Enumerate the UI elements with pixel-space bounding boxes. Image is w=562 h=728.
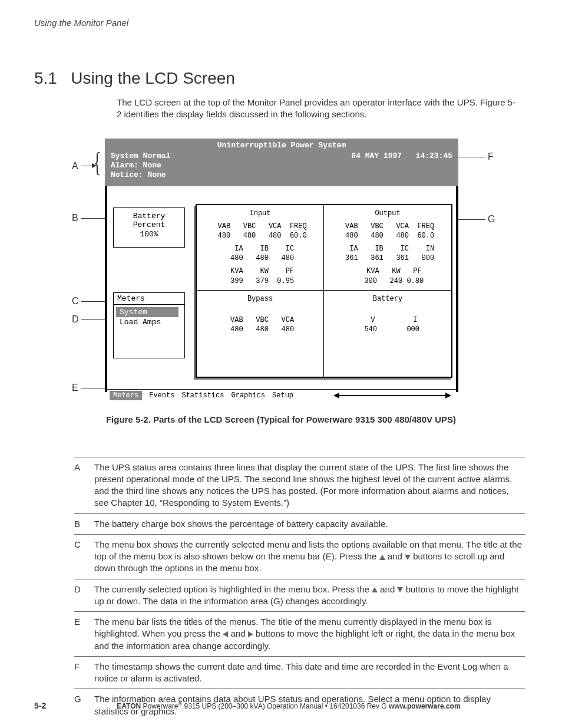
data-row: 361 361 361 000 — [329, 253, 447, 263]
battery-label: Percent — [114, 220, 184, 230]
info-area: Input VAB VBC VCA FREQ 480 480 480 60.0 … — [196, 204, 452, 378]
lcd-title: Uninterruptible Power System — [111, 141, 452, 150]
figure-caption: Figure 5-2. Parts of the LCD Screen (Typ… — [34, 414, 528, 424]
lcd-time: 14:23:45 — [416, 151, 452, 160]
quad-battery: Battery V I 540 000 — [324, 291, 451, 377]
battery-box: Battery Percent 100% — [113, 207, 185, 248]
quad-bypass: Bypass VAB VBC VCA 480 480 480 — [197, 291, 324, 377]
footer-url: www.powerware.com — [389, 702, 461, 710]
callout-line — [458, 157, 485, 158]
brace-icon: { — [93, 147, 101, 178]
figure-wrap: A { B C D E F G Uninterruptible Power Sy… — [34, 139, 528, 410]
def-text: The menu box shows the currently selecte… — [94, 539, 525, 575]
up-arrow-icon — [372, 587, 378, 592]
battery-percent: 100% — [114, 230, 184, 239]
def-text: The currently selected option is highlig… — [94, 584, 525, 608]
def-row-F: F The timestamp shows the current date a… — [74, 657, 525, 690]
section-heading: 5.1 Using the LCD Screen — [34, 69, 528, 88]
def-text-part: and — [380, 584, 395, 594]
menubar-arrows-icon — [333, 392, 451, 399]
footer-rest: 9315 UPS (200–300 kVA) Operation Manual … — [182, 702, 389, 710]
callout-G: G — [488, 214, 495, 225]
callout-F: F — [488, 151, 494, 162]
footer-text: EATON Powerware® 9315 UPS (200–300 kVA) … — [117, 701, 460, 710]
status-alarm: Alarm: None — [111, 161, 452, 170]
def-key: C — [74, 539, 94, 575]
arrow-right-icon — [92, 163, 97, 168]
data-row: 399 379 0.95 — [201, 276, 319, 286]
section-number: 5.1 — [34, 69, 57, 87]
menubar-item: Setup — [269, 391, 297, 400]
down-arrow-icon — [397, 587, 403, 592]
quad-output: Output VAB VBC VCA FREQ 480 480 480 60.0… — [324, 205, 451, 291]
lcd-header: Uninterruptible Power System System Norm… — [105, 139, 458, 186]
menu-bar: Meters Events Statistics Graphics Setup — [107, 389, 456, 401]
data-row: IA IB IC — [201, 244, 319, 253]
data-row: VAB VBC VCA — [201, 315, 319, 325]
def-key: E — [74, 616, 94, 652]
page-number: 5-2 — [34, 701, 46, 710]
menubar-item: Statistics — [178, 391, 227, 400]
status-notice: Notice: None — [111, 170, 452, 180]
callout-line — [81, 166, 92, 167]
data-row: KVA KW PF — [329, 266, 447, 276]
status-mode: System Normal — [111, 151, 170, 161]
battery-label: Battery — [114, 212, 184, 221]
callout-C: C — [72, 296, 79, 307]
def-text-part: and — [231, 628, 246, 638]
menu-item: Load Amps — [116, 317, 182, 327]
def-row-C: C The menu box shows the currently selec… — [74, 535, 525, 579]
data-row: 540 000 — [329, 325, 447, 334]
page-footer: 5-2 EATON Powerware® 9315 UPS (200–300 k… — [34, 701, 528, 710]
def-text-part: and — [388, 551, 402, 561]
data-row: VAB VBC VCA FREQ — [201, 222, 319, 231]
quad-title: Battery — [329, 294, 447, 304]
menu-box: Meters System Load Amps — [113, 292, 185, 358]
down-arrow-icon — [405, 555, 411, 560]
def-key: F — [74, 661, 94, 685]
data-row: 480 480 480 — [201, 253, 319, 263]
def-text: The battery charge box shows the percent… — [94, 518, 525, 530]
callout-B: B — [72, 213, 78, 223]
callout-E: E — [72, 383, 78, 393]
quad-input: Input VAB VBC VCA FREQ 480 480 480 60.0 … — [197, 205, 324, 291]
data-row: 480 480 480 60.0 — [329, 231, 447, 241]
def-text-part: The currently selected option is highlig… — [94, 584, 369, 594]
def-row-A: A The UPS status area contains three lin… — [74, 457, 525, 514]
callout-A: A — [72, 161, 78, 172]
lcd-body: Battery Percent 100% Meters System Load … — [107, 186, 456, 401]
quad-title: Input — [201, 209, 319, 218]
quad-title: Output — [329, 209, 447, 218]
up-arrow-icon — [379, 555, 385, 560]
def-row-B: B The battery charge box shows the perce… — [74, 514, 525, 535]
quad-title: Bypass — [201, 294, 319, 304]
data-row: IA IB IC IN — [329, 244, 447, 253]
def-key: A — [74, 462, 94, 509]
data-row: KVA KW PF — [201, 266, 319, 276]
def-text: The menu bar lists the titles of the men… — [94, 616, 525, 652]
section-title: Using the LCD Screen — [71, 69, 235, 87]
data-row: 480 480 480 — [201, 325, 319, 334]
def-key: D — [74, 584, 94, 608]
def-text: The UPS status area contains three lines… — [94, 462, 525, 509]
data-row: 300 240 0.80 — [329, 276, 447, 286]
menu-item-selected: System — [116, 307, 178, 317]
footer-product: Powerware — [143, 702, 178, 710]
callout-line — [81, 388, 107, 389]
def-text: The timestamp shows the current date and… — [94, 661, 525, 685]
def-row-D: D The currently selected option is highl… — [74, 579, 525, 612]
lcd-date: 04 MAY 1997 — [351, 151, 402, 160]
data-row: VAB VBC VCA FREQ — [329, 222, 447, 231]
def-key: B — [74, 518, 94, 530]
callout-D: D — [72, 314, 79, 325]
intro-paragraph: The LCD screen at the top of the Monitor… — [117, 97, 517, 121]
menubar-item: Graphics — [227, 391, 269, 400]
right-arrow-icon — [248, 631, 253, 637]
menubar-item-selected: Meters — [110, 391, 142, 400]
menu-title: Meters — [114, 293, 184, 305]
left-arrow-icon — [223, 631, 228, 637]
lcd-screen: Uninterruptible Power System System Norm… — [105, 139, 458, 392]
footer-brand: EATON — [117, 702, 141, 710]
definitions-table: A The UPS status area contains three lin… — [74, 457, 525, 722]
data-row: 480 480 480 60.0 — [201, 231, 319, 241]
